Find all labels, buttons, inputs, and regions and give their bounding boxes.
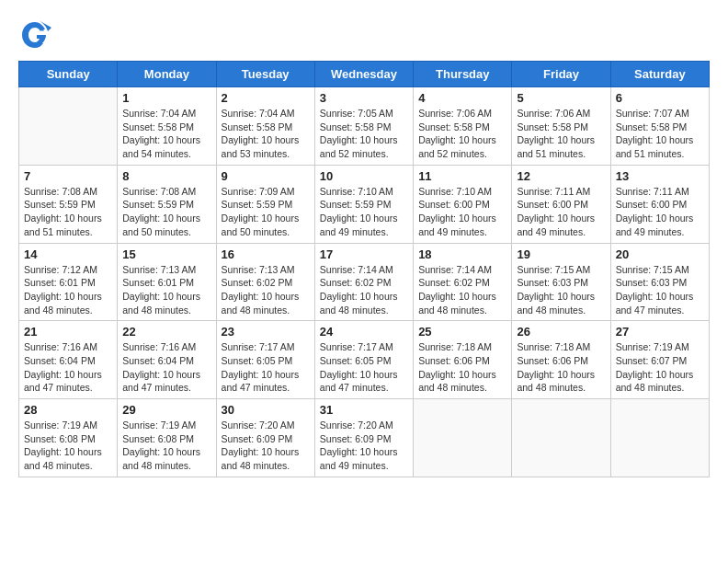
day-number: 24 xyxy=(320,325,408,339)
calendar-week-1: 1Sunrise: 7:04 AM Sunset: 5:58 PM Daylig… xyxy=(19,87,710,166)
calendar-cell: 1Sunrise: 7:04 AM Sunset: 5:58 PM Daylig… xyxy=(118,87,216,166)
calendar-cell: 20Sunrise: 7:15 AM Sunset: 6:03 PM Dayli… xyxy=(610,243,709,321)
day-info: Sunrise: 7:08 AM Sunset: 5:59 PM Dayligh… xyxy=(122,185,210,239)
day-info: Sunrise: 7:09 AM Sunset: 5:59 PM Dayligh… xyxy=(222,185,310,239)
day-number: 3 xyxy=(320,91,408,105)
day-number: 8 xyxy=(122,169,210,183)
calendar-cell xyxy=(19,87,118,166)
day-number: 12 xyxy=(517,169,605,183)
calendar-cell: 27Sunrise: 7:19 AM Sunset: 6:07 PM Dayli… xyxy=(610,321,709,399)
day-info: Sunrise: 7:16 AM Sunset: 6:04 PM Dayligh… xyxy=(122,340,210,395)
calendar-cell: 14Sunrise: 7:12 AM Sunset: 6:01 PM Dayli… xyxy=(19,243,118,321)
calendar-cell xyxy=(610,399,709,477)
calendar-header-row: SundayMondayTuesdayWednesdayThursdayFrid… xyxy=(19,62,710,87)
calendar-cell: 17Sunrise: 7:14 AM Sunset: 6:02 PM Dayli… xyxy=(314,243,413,321)
day-number: 27 xyxy=(616,325,704,339)
day-header-tuesday: Tuesday xyxy=(216,62,314,87)
logo-icon xyxy=(18,18,51,52)
calendar-cell xyxy=(414,399,512,477)
day-number: 13 xyxy=(616,169,704,183)
calendar-cell: 19Sunrise: 7:15 AM Sunset: 6:03 PM Dayli… xyxy=(512,243,610,321)
day-info: Sunrise: 7:10 AM Sunset: 6:00 PM Dayligh… xyxy=(418,185,506,239)
calendar-cell: 15Sunrise: 7:13 AM Sunset: 6:01 PM Dayli… xyxy=(118,243,216,321)
day-info: Sunrise: 7:12 AM Sunset: 6:01 PM Dayligh… xyxy=(24,263,112,317)
day-info: Sunrise: 7:17 AM Sunset: 6:05 PM Dayligh… xyxy=(320,340,408,395)
day-header-thursday: Thursday xyxy=(414,62,512,87)
day-header-saturday: Saturday xyxy=(610,62,709,87)
day-info: Sunrise: 7:18 AM Sunset: 6:06 PM Dayligh… xyxy=(517,340,605,395)
day-number: 2 xyxy=(222,91,310,105)
day-info: Sunrise: 7:15 AM Sunset: 6:03 PM Dayligh… xyxy=(616,263,704,317)
day-number: 22 xyxy=(122,325,210,339)
day-info: Sunrise: 7:04 AM Sunset: 5:58 PM Dayligh… xyxy=(122,107,210,161)
calendar-cell: 18Sunrise: 7:14 AM Sunset: 6:02 PM Dayli… xyxy=(414,243,512,321)
day-number: 17 xyxy=(320,247,408,261)
calendar-week-4: 21Sunrise: 7:16 AM Sunset: 6:04 PM Dayli… xyxy=(19,321,710,399)
day-number: 30 xyxy=(222,403,310,417)
day-info: Sunrise: 7:11 AM Sunset: 6:00 PM Dayligh… xyxy=(517,185,605,239)
day-info: Sunrise: 7:16 AM Sunset: 6:04 PM Dayligh… xyxy=(24,340,112,395)
calendar-cell: 28Sunrise: 7:19 AM Sunset: 6:08 PM Dayli… xyxy=(19,399,118,477)
day-number: 5 xyxy=(517,91,605,105)
day-info: Sunrise: 7:19 AM Sunset: 6:08 PM Dayligh… xyxy=(24,419,112,473)
day-number: 7 xyxy=(24,169,112,183)
day-info: Sunrise: 7:14 AM Sunset: 6:02 PM Dayligh… xyxy=(418,263,506,317)
calendar-cell: 10Sunrise: 7:10 AM Sunset: 5:59 PM Dayli… xyxy=(314,165,413,243)
day-number: 11 xyxy=(418,169,506,183)
day-info: Sunrise: 7:15 AM Sunset: 6:03 PM Dayligh… xyxy=(517,263,605,317)
calendar-cell: 7Sunrise: 7:08 AM Sunset: 5:59 PM Daylig… xyxy=(19,165,118,243)
calendar-cell: 5Sunrise: 7:06 AM Sunset: 5:58 PM Daylig… xyxy=(512,87,610,166)
calendar-cell: 11Sunrise: 7:10 AM Sunset: 6:00 PM Dayli… xyxy=(414,165,512,243)
calendar-cell: 22Sunrise: 7:16 AM Sunset: 6:04 PM Dayli… xyxy=(118,321,216,399)
day-number: 4 xyxy=(418,91,506,105)
calendar-cell: 3Sunrise: 7:05 AM Sunset: 5:58 PM Daylig… xyxy=(314,87,413,166)
day-number: 9 xyxy=(222,169,310,183)
calendar-week-5: 28Sunrise: 7:19 AM Sunset: 6:08 PM Dayli… xyxy=(19,399,710,477)
calendar-cell: 21Sunrise: 7:16 AM Sunset: 6:04 PM Dayli… xyxy=(19,321,118,399)
day-info: Sunrise: 7:05 AM Sunset: 5:58 PM Dayligh… xyxy=(320,107,408,161)
calendar-cell: 13Sunrise: 7:11 AM Sunset: 6:00 PM Dayli… xyxy=(610,165,709,243)
day-info: Sunrise: 7:13 AM Sunset: 6:02 PM Dayligh… xyxy=(222,263,310,317)
page-header xyxy=(18,18,710,52)
calendar-cell: 29Sunrise: 7:19 AM Sunset: 6:08 PM Dayli… xyxy=(118,399,216,477)
day-info: Sunrise: 7:04 AM Sunset: 5:58 PM Dayligh… xyxy=(222,107,310,161)
company-logo xyxy=(18,18,55,52)
calendar-cell: 12Sunrise: 7:11 AM Sunset: 6:00 PM Dayli… xyxy=(512,165,610,243)
day-info: Sunrise: 7:20 AM Sunset: 6:09 PM Dayligh… xyxy=(320,419,408,473)
calendar-cell: 4Sunrise: 7:06 AM Sunset: 5:58 PM Daylig… xyxy=(414,87,512,166)
day-number: 6 xyxy=(616,91,704,105)
day-number: 18 xyxy=(418,247,506,261)
calendar-cell: 16Sunrise: 7:13 AM Sunset: 6:02 PM Dayli… xyxy=(216,243,314,321)
day-number: 21 xyxy=(24,325,112,339)
day-info: Sunrise: 7:13 AM Sunset: 6:01 PM Dayligh… xyxy=(122,263,210,317)
calendar-cell: 2Sunrise: 7:04 AM Sunset: 5:58 PM Daylig… xyxy=(216,87,314,166)
day-info: Sunrise: 7:19 AM Sunset: 6:07 PM Dayligh… xyxy=(616,340,704,395)
day-info: Sunrise: 7:19 AM Sunset: 6:08 PM Dayligh… xyxy=(122,419,210,473)
day-header-monday: Monday xyxy=(118,62,216,87)
day-info: Sunrise: 7:10 AM Sunset: 5:59 PM Dayligh… xyxy=(320,185,408,239)
day-header-friday: Friday xyxy=(512,62,610,87)
day-number: 16 xyxy=(222,247,310,261)
day-number: 14 xyxy=(24,247,112,261)
day-number: 1 xyxy=(122,91,210,105)
calendar-table: SundayMondayTuesdayWednesdayThursdayFrid… xyxy=(18,61,710,477)
day-number: 31 xyxy=(320,403,408,417)
day-number: 15 xyxy=(122,247,210,261)
day-info: Sunrise: 7:07 AM Sunset: 5:58 PM Dayligh… xyxy=(616,107,704,161)
calendar-cell: 30Sunrise: 7:20 AM Sunset: 6:09 PM Dayli… xyxy=(216,399,314,477)
day-number: 20 xyxy=(616,247,704,261)
calendar-cell: 26Sunrise: 7:18 AM Sunset: 6:06 PM Dayli… xyxy=(512,321,610,399)
calendar-cell xyxy=(512,399,610,477)
calendar-cell: 23Sunrise: 7:17 AM Sunset: 6:05 PM Dayli… xyxy=(216,321,314,399)
day-number: 10 xyxy=(320,169,408,183)
day-number: 26 xyxy=(517,325,605,339)
calendar-cell: 9Sunrise: 7:09 AM Sunset: 5:59 PM Daylig… xyxy=(216,165,314,243)
day-info: Sunrise: 7:06 AM Sunset: 5:58 PM Dayligh… xyxy=(517,107,605,161)
day-number: 19 xyxy=(517,247,605,261)
day-header-sunday: Sunday xyxy=(19,62,118,87)
calendar-week-3: 14Sunrise: 7:12 AM Sunset: 6:01 PM Dayli… xyxy=(19,243,710,321)
day-number: 23 xyxy=(222,325,310,339)
day-info: Sunrise: 7:08 AM Sunset: 5:59 PM Dayligh… xyxy=(24,185,112,239)
day-info: Sunrise: 7:11 AM Sunset: 6:00 PM Dayligh… xyxy=(616,185,704,239)
calendar-cell: 31Sunrise: 7:20 AM Sunset: 6:09 PM Dayli… xyxy=(314,399,413,477)
